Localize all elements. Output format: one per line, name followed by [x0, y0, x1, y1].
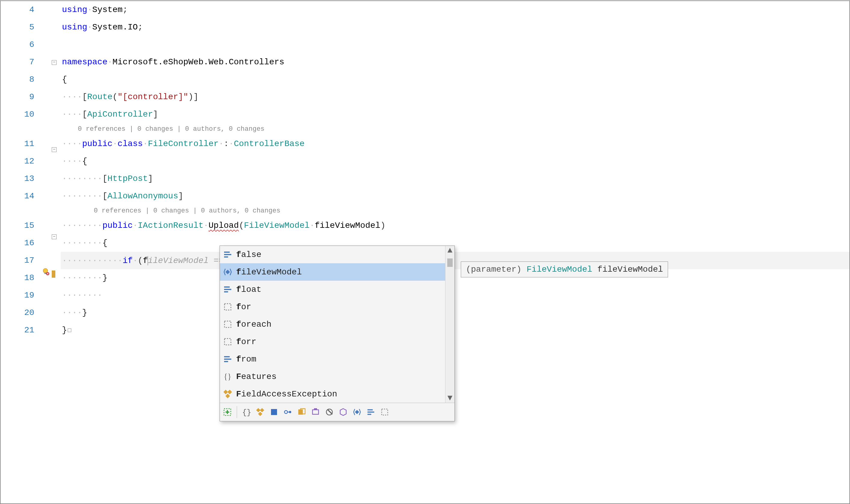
snippet-icon [223, 302, 232, 312]
code-line[interactable]: ········[AllowAnonymous] [61, 187, 849, 205]
intellisense-item-label: foreach [236, 320, 272, 329]
filter-keyword-icon[interactable] [366, 408, 375, 416]
line-number: 5 [1, 19, 34, 36]
intellisense-item[interactable]: {} Features [220, 368, 445, 385]
line-number: 17 [1, 252, 34, 269]
line-number: 21 [1, 322, 34, 339]
tooltip-type: FileViewModel [527, 265, 592, 274]
svg-rect-14 [260, 408, 264, 412]
code-area[interactable]: using·System; using·System.IO; namespace… [61, 1, 849, 503]
svg-rect-10 [225, 394, 230, 398]
intellisense-item-label: false [236, 250, 261, 259]
svg-rect-13 [256, 408, 260, 412]
filter-enum-icon[interactable] [297, 408, 306, 416]
filter-namespace-icon[interactable]: {} [242, 408, 251, 416]
intellisense-item-label: FieldAccessException [236, 390, 337, 399]
code-line[interactable]: { [61, 71, 849, 88]
code-line[interactable]: ····[ApiController] [61, 106, 849, 123]
fold-toggle[interactable]: − [52, 60, 56, 65]
codelens[interactable]: 0 references | 0 changes | 0 authors, 0 … [61, 205, 849, 217]
scroll-down-icon[interactable]: ▼ [446, 393, 454, 403]
line-number: 12 [1, 153, 34, 170]
intellisense-item-selected[interactable]: fileViewModel [220, 263, 445, 281]
code-line[interactable]: using·System; [61, 1, 849, 19]
svg-rect-22 [313, 410, 318, 414]
line-number: 19 [1, 287, 34, 304]
code-line[interactable]: using·System.IO; [61, 19, 849, 36]
parameter-info-tooltip: (parameter) FileViewModel fileViewModel [461, 262, 668, 277]
line-number: 7 [1, 54, 34, 71]
fold-toggle[interactable]: − [52, 234, 56, 239]
lightbulb-icon[interactable] [41, 268, 49, 278]
code-line-active[interactable]: ············if·(fileViewModel == null)_ … [61, 252, 849, 269]
code-line[interactable] [61, 36, 849, 54]
intellisense-filter-toolbar[interactable]: {} [220, 403, 454, 421]
line-number: 20 [1, 304, 34, 322]
intellisense-item[interactable]: FieldAccessException [220, 385, 445, 403]
codelens[interactable]: 0 references | 0 changes | 0 authors, 0 … [61, 123, 849, 135]
svg-rect-6 [224, 338, 231, 345]
code-line[interactable]: ····} [61, 304, 849, 322]
filter-interface-icon[interactable] [283, 408, 292, 416]
intellisense-item[interactable]: foreach [220, 316, 445, 333]
intellisense-item[interactable]: from [220, 350, 445, 368]
code-line[interactable]: ····{ [61, 153, 849, 170]
intellisense-scrollbar[interactable]: ▲ ▼ [445, 246, 454, 403]
intellisense-item-label: forr [236, 337, 256, 346]
line-number-gutter: 4 5 6 7 8 9 10 11 12 13 14 15 16 17 18 1… [1, 1, 40, 503]
keyword-icon [223, 285, 232, 294]
fold-margin: − − − [40, 1, 61, 503]
intellisense-item[interactable]: false [220, 246, 445, 263]
filter-delegate-icon[interactable] [311, 408, 320, 416]
line-number: 8 [1, 71, 34, 88]
code-line[interactable]: } [61, 322, 849, 339]
filter-snippet-icon[interactable] [380, 408, 389, 416]
svg-rect-9 [227, 390, 232, 394]
code-line[interactable]: ········[HttpPost] [61, 170, 849, 187]
svg-point-17 [284, 411, 288, 414]
intellisense-item-label: for [236, 302, 251, 312]
svg-rect-15 [258, 412, 262, 416]
intellisense-item-label: from [236, 355, 256, 364]
filter-class-icon[interactable] [256, 408, 265, 416]
filter-add-icon[interactable] [223, 408, 232, 416]
svg-rect-25 [355, 410, 359, 414]
svg-rect-16 [271, 409, 277, 415]
line-number: 14 [1, 187, 34, 205]
code-line[interactable]: ········} [61, 269, 849, 287]
code-line[interactable]: namespace·Microsoft.eShopWeb.Web.Control… [61, 54, 849, 71]
intellisense-item[interactable]: for [220, 298, 445, 316]
intellisense-list[interactable]: false fileViewModel float for [220, 246, 445, 403]
svg-rect-26 [382, 409, 388, 415]
filter-method-icon[interactable] [339, 408, 348, 416]
line-number: 4 [1, 1, 34, 19]
parameter-icon [223, 267, 232, 277]
tooltip-kind: (parameter) [466, 265, 527, 274]
intellisense-item[interactable]: forr [220, 333, 445, 350]
namespace-icon: {} [223, 372, 232, 381]
tooltip-name: fileViewModel [592, 265, 663, 274]
code-line[interactable]: ········ [61, 287, 849, 304]
code-editor[interactable]: 4 5 6 7 8 9 10 11 12 13 14 15 16 17 18 1… [0, 0, 850, 504]
filter-constant-icon[interactable] [325, 408, 334, 416]
intellisense-item[interactable]: float [220, 281, 445, 298]
fold-toggle[interactable]: − [52, 147, 56, 152]
line-number: 9 [1, 88, 34, 106]
filter-structure-icon[interactable] [270, 408, 279, 416]
svg-rect-5 [224, 321, 231, 327]
code-line[interactable]: ········{ [61, 234, 849, 252]
snippet-icon [223, 337, 232, 346]
code-line[interactable]: ····public·class·FileController·:·Contro… [61, 135, 849, 153]
scroll-thumb[interactable] [447, 258, 453, 267]
scroll-up-icon[interactable]: ▲ [446, 246, 454, 255]
line-number: 6 [1, 36, 34, 54]
svg-point-18 [289, 411, 292, 413]
svg-rect-3 [225, 270, 230, 274]
intellisense-item-label: Features [236, 372, 276, 381]
code-line[interactable]: ····[Route("[controller]")] [61, 88, 849, 106]
filter-local-icon[interactable] [352, 408, 362, 416]
svg-rect-23 [314, 409, 317, 410]
keyword-icon [223, 354, 232, 364]
code-line[interactable]: ········public·IActionResult·Upload(File… [61, 217, 849, 234]
intellisense-popup[interactable]: false fileViewModel float for [220, 246, 455, 421]
